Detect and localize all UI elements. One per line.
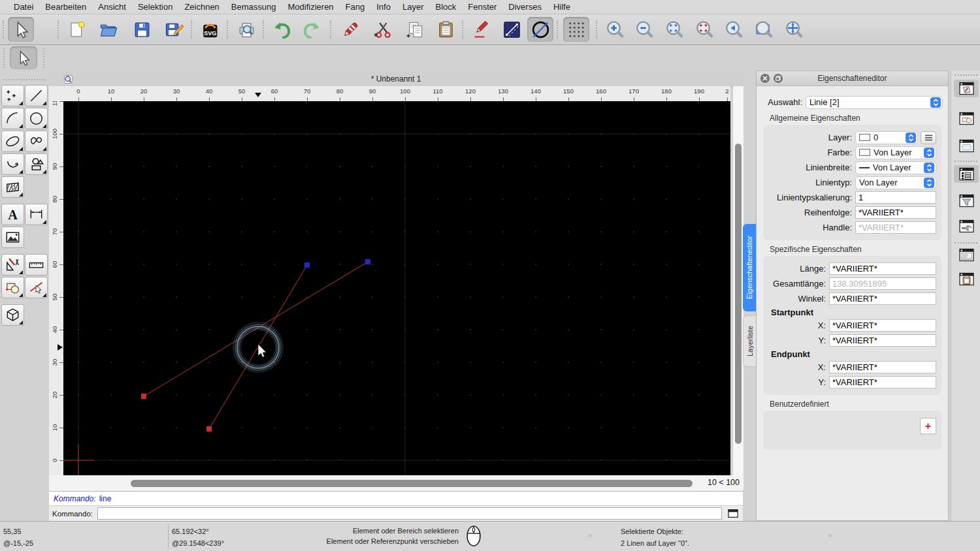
horizontal-scrollbar[interactable]: 10 < 100 [49,475,743,491]
panel-clipboard-button[interactable] [956,270,976,288]
linetype-dropdown[interactable]: Von Layer [855,176,936,189]
zoom-selection-button[interactable] [691,17,717,42]
layer-menu-button[interactable] [921,131,936,144]
angle-input[interactable] [829,292,936,305]
menu-selektion[interactable]: Selektion [132,2,178,12]
selection-dropdown[interactable]: Linie [2] [806,96,943,109]
ellipse-line-tool-button[interactable] [527,17,553,42]
document-tab-title[interactable]: * Unbenannt 1 [73,74,719,84]
arc-tool[interactable] [1,108,24,129]
image-tool[interactable] [1,227,24,248]
command-dock-button[interactable] [727,508,740,519]
grid-dot [666,198,667,200]
tab-layer-list[interactable]: Layerliste [743,315,756,367]
copy-button[interactable] [402,17,429,42]
panel-property-editor-button[interactable] [954,80,979,97]
menu-bemassung[interactable]: Bemassung [225,2,282,12]
draw-order-input[interactable] [855,206,936,219]
text-tool[interactable]: A [1,204,24,225]
start-reference-handle[interactable] [206,426,212,432]
grid-dot [372,198,373,200]
linetype-scale-input[interactable] [855,191,936,204]
length-input[interactable] [829,262,936,275]
vertical-scrollbar-thumb[interactable] [735,144,742,444]
block-tool[interactable] [1,277,24,298]
menu-fenster[interactable]: Fenster [462,2,502,12]
point-tool[interactable] [1,85,24,106]
ruler-label: 2 [725,87,728,95]
start-x-input[interactable] [829,319,936,332]
solid-tool[interactable] [1,304,24,326]
svg-export-button[interactable]: SVG [197,17,223,42]
menu-diverses[interactable]: Diverses [502,2,547,12]
cut-button[interactable] [370,17,396,42]
shape-tool[interactable] [25,153,48,175]
redo-button[interactable] [299,17,325,42]
panel-view-list-button[interactable] [956,137,976,155]
open-file-button[interactable] [95,17,121,42]
panel-command-line-button[interactable] [956,246,976,264]
menu-fang[interactable]: Fang [340,2,371,12]
menu-datei[interactable]: Datei [8,2,39,12]
arrow-tool-button[interactable] [10,46,37,69]
layer-dropdown[interactable]: 0 [855,131,918,144]
print-preview-button[interactable] [233,17,259,42]
menu-modifizieren[interactable]: Modifizieren [282,2,340,12]
close-panel-button[interactable] [760,74,770,83]
vertical-scrollbar[interactable] [732,86,743,490]
paste-button[interactable] [433,17,459,42]
command-input[interactable] [97,507,722,520]
zoom-in-button[interactable] [602,17,628,42]
panel-library-browser-button[interactable] [956,217,976,235]
undo-button[interactable] [269,17,295,42]
selection-tool-button[interactable] [8,17,34,42]
start-reference-handle[interactable] [141,394,146,399]
modify-tool[interactable] [1,254,24,276]
menu-info[interactable]: Info [370,2,397,12]
panel-layer-list-icon [958,166,975,181]
zoom-out-button[interactable] [631,17,657,42]
zoom-window-button[interactable] [751,17,777,42]
new-file-button[interactable] [63,17,90,42]
zoom-auto-button[interactable] [661,17,687,42]
dimension-tool[interactable] [25,204,48,225]
end-reference-handle[interactable] [365,259,370,264]
save-as-button[interactable] [160,17,186,42]
pan-button[interactable] [781,17,807,42]
float-panel-button[interactable] [774,74,783,83]
color-dropdown[interactable]: Von Layer [855,146,936,159]
menu-bearbeiten[interactable]: Bearbeiten [39,2,92,12]
draw-pencil-button[interactable] [468,17,495,42]
select-line-tool[interactable] [25,277,48,298]
menu-zeichnen[interactable]: Zeichnen [178,2,225,12]
menu-hilfe[interactable]: Hilfe [547,2,576,12]
circle-tool[interactable] [25,108,48,129]
custom-properties-group: + [763,411,941,450]
polyline-tool[interactable] [1,153,24,175]
tab-property-editor[interactable]: Eigenschafteneditor [743,224,756,311]
panel-selection-filter-button[interactable] [956,192,976,210]
spline-tool[interactable] [25,131,48,152]
panel-block-list-button[interactable] [956,110,976,127]
end-reference-handle[interactable] [304,262,310,268]
linewidth-dropdown[interactable]: Von Layer [855,161,936,174]
end-x-input[interactable] [829,361,936,373]
zoom-previous-button[interactable] [721,17,747,42]
measure-tool[interactable] [25,254,48,276]
save-button[interactable] [129,17,155,42]
add-custom-property-button[interactable]: + [920,418,936,434]
start-y-input[interactable] [829,334,936,347]
horizontal-scrollbar-thumb[interactable] [131,480,693,487]
hatch-tool[interactable] [1,176,24,198]
ellipse-tool[interactable] [1,131,24,152]
menu-ansicht[interactable]: Ansicht [92,2,132,12]
menu-block[interactable]: Block [429,2,462,12]
erase-button[interactable] [337,17,363,42]
end-y-input[interactable] [829,376,936,388]
panel-layer-list-button[interactable] [954,165,979,183]
grid-toggle-button[interactable] [563,17,589,42]
menu-layer[interactable]: Layer [397,2,430,12]
line-tool[interactable] [25,85,48,106]
line-tool-button[interactable] [498,17,525,42]
drawing-canvas[interactable] [63,101,730,475]
